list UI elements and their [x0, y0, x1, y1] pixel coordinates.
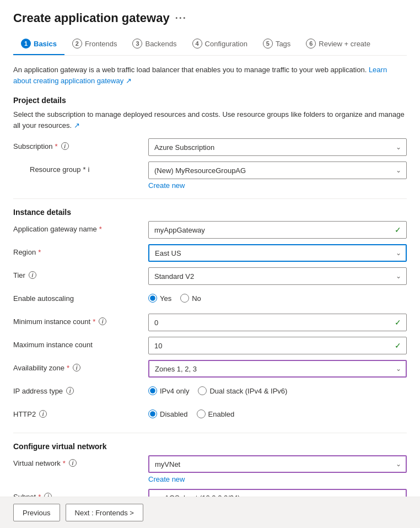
tab-backends[interactable]: 3 Backends [125, 34, 184, 55]
ip-ipv4-label: IPv4 only [160, 387, 189, 395]
http2-info-icon[interactable]: i [39, 410, 47, 418]
http2-radio-group: Disabled Enabled [148, 406, 407, 418]
max-count-input-wrapper: ✓ [148, 337, 407, 354]
subscription-required: * [55, 142, 58, 150]
ip-ipv4-option[interactable]: IPv4 only [148, 386, 189, 395]
ip-dual-label: Dual stack (IPv4 & IPv6) [209, 387, 287, 395]
ip-type-radio-group: IPv4 only Dual stack (IPv4 & IPv6) [148, 383, 407, 395]
avail-zone-row: Availability zone * i Zones 1, 2, 3 ⌄ [13, 360, 407, 378]
http2-enabled-radio[interactable] [197, 410, 206, 418]
ip-type-info-icon[interactable]: i [66, 387, 74, 395]
tab-basics[interactable]: 1 Basics [13, 34, 64, 55]
ip-type-row: IP address type i IPv4 only Dual stack (… [13, 383, 407, 401]
min-count-input-wrapper: ✓ [148, 314, 407, 331]
page-title: Create application gateway [13, 11, 170, 25]
gw-name-required: * [99, 225, 102, 233]
project-desc-link[interactable]: ↗ [74, 121, 80, 130]
subscription-label: Subscription * i [13, 138, 148, 150]
gateway-name-input-wrapper: ✓ [148, 221, 407, 239]
vnet-control: myVNet ⌄ Create new [148, 455, 407, 483]
resource-group-control: (New) MyResourceGroupAG ⌄ Create new [148, 161, 407, 190]
region-control: East US ⌄ [148, 244, 407, 262]
http2-control: Disabled Enabled [148, 406, 407, 418]
autoscaling-label: Enable autoscaling [13, 290, 148, 303]
tab-circle-2: 2 [72, 39, 82, 49]
min-count-info-icon[interactable]: i [99, 317, 106, 325]
autoscaling-no-option[interactable]: No [180, 294, 201, 303]
http2-enabled-option[interactable]: Enabled [197, 410, 235, 418]
vnet-info-icon[interactable]: i [69, 459, 77, 467]
resource-group-row: Resource group * i (New) MyResourceGroup… [13, 161, 407, 190]
create-new-vnet-link[interactable]: Create new [148, 475, 185, 483]
gateway-name-row: Application gateway name * ✓ [13, 221, 407, 239]
vnet-select-wrapper: myVNet ⌄ [148, 455, 407, 473]
tab-review-label: Review + create [319, 40, 370, 48]
autoscaling-row: Enable autoscaling Yes No [13, 290, 407, 308]
autoscaling-yes-label: Yes [160, 294, 171, 303]
autoscaling-no-radio[interactable] [180, 294, 189, 303]
http2-label: HTTP2 i [13, 406, 148, 418]
tier-select[interactable]: Standard V2 [148, 267, 407, 285]
tier-control: Standard V2 ⌄ [148, 267, 407, 285]
ip-ipv4-radio[interactable] [148, 386, 157, 395]
gateway-name-control: ✓ [148, 221, 407, 239]
http2-disabled-radio[interactable] [148, 410, 157, 418]
region-select-wrapper: East US ⌄ [148, 244, 407, 262]
region-select[interactable]: East US [148, 244, 407, 262]
tab-circle-3: 3 [132, 39, 142, 49]
divider-1 [13, 198, 407, 199]
tier-row: Tier i Standard V2 ⌄ [13, 267, 407, 285]
footer-bar: Previous Next : Frontends > [0, 497, 420, 528]
vnet-heading: Configure virtual network [13, 442, 407, 451]
autoscaling-yes-option[interactable]: Yes [148, 294, 171, 303]
external-link-icon: ↗ [126, 77, 132, 85]
avail-zone-required: * [67, 364, 69, 372]
rg-info-icon[interactable]: i [88, 165, 90, 174]
tab-circle-6: 6 [306, 39, 316, 49]
max-count-row: Maximum instance count ✓ [13, 337, 407, 354]
subscription-info-icon[interactable]: i [61, 142, 69, 150]
vnet-label: Virtual network * i [13, 455, 148, 467]
tab-configuration[interactable]: 4 Configuration [185, 34, 255, 55]
subscription-select[interactable]: Azure Subscription [148, 138, 407, 156]
gateway-name-label: Application gateway name * [13, 221, 148, 233]
avail-zone-label: Availability zone * i [13, 360, 148, 372]
tab-circle-4: 4 [192, 39, 202, 49]
vnet-select[interactable]: myVNet [148, 455, 407, 473]
subscription-row: Subscription * i Azure Subscription ⌄ [13, 138, 407, 156]
tier-select-wrapper: Standard V2 ⌄ [148, 267, 407, 285]
http2-disabled-option[interactable]: Disabled [148, 410, 188, 418]
instance-details-heading: Instance details [13, 208, 407, 217]
autoscaling-yes-radio[interactable] [148, 294, 157, 303]
min-count-row: Minimum instance count * i ✓ [13, 314, 407, 331]
ip-type-label: IP address type i [13, 383, 148, 395]
avail-zone-info-icon[interactable]: i [73, 364, 80, 371]
tab-frontends[interactable]: 2 Frontends [64, 34, 125, 55]
divider-2 [13, 433, 407, 433]
avail-zone-select[interactable]: Zones 1, 2, 3 [148, 360, 407, 378]
ip-dual-option[interactable]: Dual stack (IPv4 & IPv6) [198, 386, 287, 395]
tab-tags[interactable]: 5 Tags [255, 34, 298, 55]
page-title-dots[interactable]: ··· [175, 13, 187, 24]
http2-enabled-label: Enabled [208, 410, 235, 418]
tab-basics-label: Basics [34, 40, 57, 48]
subscription-select-wrapper: Azure Subscription ⌄ [148, 138, 407, 156]
resource-group-select[interactable]: (New) MyResourceGroupAG [148, 161, 407, 179]
gateway-name-input[interactable] [148, 221, 407, 239]
tab-circle-1: 1 [21, 39, 31, 49]
previous-button[interactable]: Previous [13, 504, 60, 521]
min-count-required: * [93, 317, 95, 326]
tab-review-create[interactable]: 6 Review + create [298, 34, 378, 55]
max-count-control: ✓ [148, 337, 407, 354]
create-new-rg-link[interactable]: Create new [148, 181, 185, 190]
tab-circle-5: 5 [263, 39, 273, 49]
resource-group-label: Resource group * i [30, 161, 148, 174]
tier-info-icon[interactable]: i [29, 271, 36, 279]
min-count-input[interactable] [148, 314, 407, 331]
tab-frontends-label: Frontends [85, 40, 117, 48]
ip-dual-radio[interactable] [198, 386, 207, 395]
next-frontends-button[interactable]: Next : Frontends > [66, 504, 143, 521]
max-count-input[interactable] [148, 337, 407, 354]
page-title-area: Create application gateway ··· [13, 11, 407, 25]
http2-row: HTTP2 i Disabled Enabled [13, 406, 407, 424]
